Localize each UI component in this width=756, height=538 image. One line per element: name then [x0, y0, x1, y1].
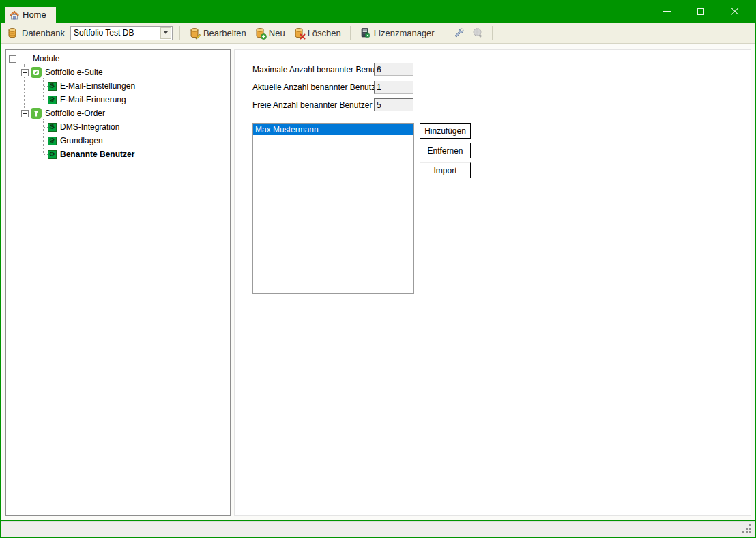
named-users-listbox[interactable]: Max Mustermann: [252, 123, 414, 294]
tree-node-module[interactable]: Module: [7, 52, 229, 66]
gear-module-icon: [48, 82, 57, 91]
chevron-down-icon: [164, 31, 168, 34]
loeschen-button[interactable]: Löschen: [291, 26, 343, 40]
minimize-button[interactable]: [650, 0, 684, 23]
tree-node-grundlagen[interactable]: Grundlagen: [7, 134, 229, 147]
entfernen-button[interactable]: Entfernen: [420, 143, 471, 158]
form-row: Maximale Anzahl benannter Benutzer: [252, 63, 413, 76]
neu-button[interactable]: Neu: [252, 26, 287, 40]
loeschen-label: Löschen: [308, 28, 341, 38]
main-area: Module Softfolio e-Suite E-Mail-Einstell…: [1, 44, 755, 520]
toolbar-separator: [350, 26, 351, 40]
minimize-icon: [663, 11, 671, 12]
resize-grip-icon[interactable]: [749, 524, 751, 526]
hinzufuegen-button[interactable]: Hinzufügen: [420, 123, 471, 139]
gear-module-icon: [48, 123, 57, 132]
close-button[interactable]: [718, 0, 752, 23]
list-item-label: Max Mustermann: [255, 125, 319, 134]
database-select-dropdown-button[interactable]: [160, 27, 171, 39]
collapse-icon[interactable]: [21, 69, 29, 76]
tree-node-email-einstellungen[interactable]: E-Mail-Einstellungen: [7, 79, 229, 93]
status-bar: [1, 521, 755, 537]
tab-home-label: Home: [23, 10, 46, 20]
collapse-icon[interactable]: [21, 110, 29, 117]
edit-database-icon: [189, 27, 200, 38]
datenbank-label: Datenbank: [22, 28, 65, 38]
user-action-buttons: Hinzufügen Entfernen Import: [420, 123, 471, 182]
settings-button[interactable]: [451, 26, 466, 40]
gear-module-icon: [48, 96, 57, 104]
tree-node-softfolio-e-suite[interactable]: Softfolio e-Suite: [7, 66, 229, 79]
close-icon: [731, 8, 739, 16]
toolbar: Datenbank Softfolio Test DB Bearbeiten: [1, 23, 755, 44]
database-select-value: Softfolio Test DB: [74, 28, 134, 38]
neu-label: Neu: [269, 28, 285, 38]
toolbar-separator: [444, 26, 444, 40]
globe-button[interactable]: [470, 26, 485, 40]
maximize-button[interactable]: [684, 0, 718, 23]
maximize-icon: [697, 8, 704, 15]
tree-node-label: Grundlagen: [60, 136, 103, 145]
tree-node-benannte-benutzer[interactable]: Benannte Benutzer: [7, 147, 229, 161]
tree-node-label-selected: Benannte Benutzer: [60, 150, 134, 159]
wrench-icon: [453, 27, 464, 38]
tree-node-label: E-Mail-Erinnerung: [60, 95, 126, 104]
free-users-field[interactable]: [374, 98, 413, 111]
tree-node-dms-integration[interactable]: DMS-Integration: [7, 120, 229, 134]
lizenzmanager-label: Lizenzmanager: [374, 28, 435, 38]
bearbeiten-button[interactable]: Bearbeiten: [187, 26, 248, 40]
app-window: Home Datenbank Softfolio Test DB: [0, 0, 756, 538]
list-item[interactable]: Max Mustermann: [253, 124, 413, 135]
max-users-field[interactable]: [374, 63, 413, 76]
collapse-icon[interactable]: [9, 55, 16, 63]
module-tree[interactable]: Module Softfolio e-Suite E-Mail-Einstell…: [5, 49, 231, 516]
red-x-icon: [300, 33, 306, 40]
pencil-icon: [195, 33, 201, 40]
window-controls: [650, 0, 752, 23]
tab-home[interactable]: Home: [5, 7, 56, 23]
toolbar-separator: [492, 26, 493, 40]
tree-node-label: Module: [33, 54, 59, 63]
free-users-label: Freie Anzahl benannter Benutzer: [252, 100, 374, 110]
current-users-field[interactable]: [374, 81, 413, 94]
gear-module-icon: [48, 150, 57, 159]
titlebar[interactable]: Home: [0, 0, 756, 23]
benannte-benutzer-panel: Maximale Anzahl benannter Benutzer Aktue…: [234, 49, 751, 516]
plus-icon: [261, 33, 267, 40]
gear-module-icon: [48, 137, 57, 145]
license-manager-icon: [360, 27, 370, 38]
form-row: Freie Anzahl benannter Benutzer: [252, 98, 413, 111]
lizenzmanager-button[interactable]: Lizenzmanager: [358, 26, 437, 40]
new-database-icon: [255, 27, 265, 38]
database-select[interactable]: Softfolio Test DB: [70, 26, 173, 40]
tree-node-email-erinnerung[interactable]: E-Mail-Erinnerung: [7, 93, 229, 107]
tree-node-label: Softfolio e-Suite: [45, 68, 103, 77]
delete-database-icon: [293, 27, 304, 38]
database-icon: [7, 27, 18, 38]
import-button[interactable]: Import: [420, 162, 471, 178]
module-group-icon: [31, 108, 42, 119]
globe-icon: [472, 27, 483, 38]
form-row: Aktuelle Anzahl benannter Benutzer: [252, 81, 413, 94]
toolbar-separator: [179, 26, 180, 40]
max-users-label: Maximale Anzahl benannter Benutzer: [252, 65, 374, 74]
current-users-label: Aktuelle Anzahl benannter Benutzer: [252, 83, 374, 92]
home-icon: [9, 10, 20, 20]
tree-node-label: Softfolio e-Order: [45, 109, 105, 118]
tree-node-softfolio-e-order[interactable]: Softfolio e-Order: [7, 107, 229, 120]
bearbeiten-label: Bearbeiten: [203, 28, 246, 38]
tree-node-label: DMS-Integration: [60, 122, 119, 132]
module-group-icon: [31, 67, 42, 78]
tree-node-label: E-Mail-Einstellungen: [60, 81, 135, 91]
